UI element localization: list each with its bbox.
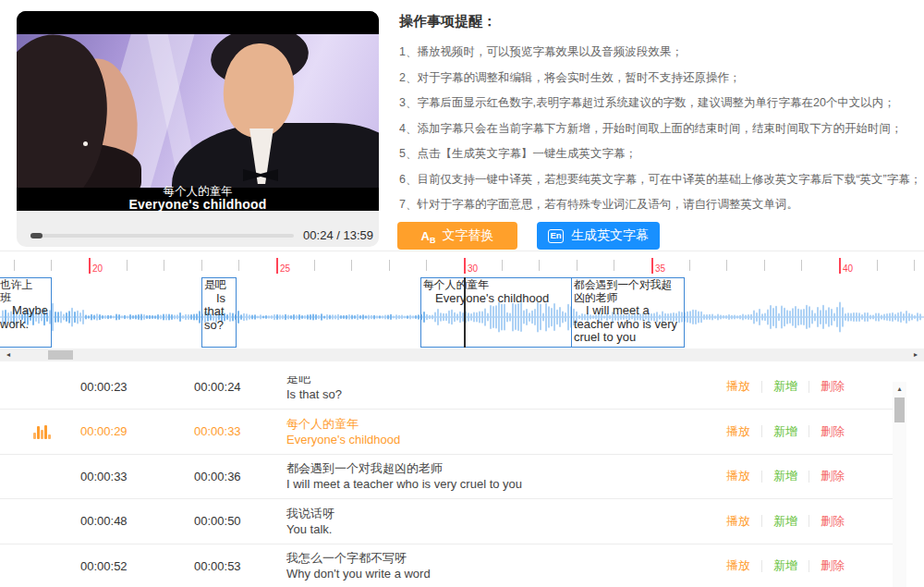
ruler-label: 40 xyxy=(843,263,853,274)
action-separator xyxy=(808,515,809,527)
progress-handle[interactable] xyxy=(30,233,43,238)
row-actions: 播放新增删除 xyxy=(726,376,845,409)
subtitle-text-cell[interactable]: 每个人的童年Everyone's childhood xyxy=(286,416,736,447)
clip-text-zh: 也许上班 xyxy=(0,278,32,304)
subtitle-overlay: 每个人的童年 Everyone's childhood xyxy=(17,186,379,211)
timeline-divider xyxy=(0,251,924,251)
play-link[interactable]: 播放 xyxy=(726,423,750,440)
play-link[interactable]: 播放 xyxy=(726,468,750,484)
ruler-minor-tick xyxy=(201,260,202,271)
subtitle-clip[interactable]: 也许上班Maybe work. xyxy=(0,277,52,348)
ruler-major-tick xyxy=(276,258,278,274)
add-link[interactable]: 新增 xyxy=(773,468,797,484)
end-time-cell: 00:00:33 xyxy=(194,410,241,454)
subtitle-text-zh: 我说话呀 xyxy=(286,506,736,521)
subtitle-clip[interactable]: 都会遇到一个对我超凶的老师I will meet a teacher who i… xyxy=(571,277,685,348)
video-still xyxy=(17,34,379,188)
end-time-cell: 00:00:24 xyxy=(194,376,241,409)
delete-link[interactable]: 删除 xyxy=(821,513,845,530)
tip-item: 3、字幕后面显示红色数字,表明字幕超过系统建议的字数，建议调整为单行字幕在20个… xyxy=(399,91,922,116)
v-scrollbar-thumb[interactable] xyxy=(894,397,905,422)
text-replace-icon: AB xyxy=(421,228,436,243)
table-v-scrollbar[interactable]: ▴ xyxy=(893,382,906,587)
start-time-cell: 00:00:33 xyxy=(80,455,128,499)
letterbox-top xyxy=(17,11,379,34)
row-actions: 播放新增删除 xyxy=(726,499,845,544)
subtitle-text-zh: 我怎么一个字都不写呀 xyxy=(286,550,736,566)
subtitle-text-cell[interactable]: 都会遇到一个对我超凶的老师I will meet a teacher who i… xyxy=(286,460,736,492)
time-display: 00:24 / 13:59 xyxy=(303,228,373,242)
ruler-major-tick xyxy=(464,258,466,274)
action-separator xyxy=(808,471,809,483)
delete-link[interactable]: 删除 xyxy=(821,423,845,440)
add-link[interactable]: 新增 xyxy=(773,557,797,574)
ruler-label: 30 xyxy=(468,263,478,274)
clip-text-zh: 每个人的童年 xyxy=(423,278,489,291)
clip-text-en: Maybe work. xyxy=(0,304,43,331)
tip-item: 7、针对于字幕的字面意思，若有特殊专业词汇及语句，请自行调整英文单词。 xyxy=(399,192,922,218)
replace-button-label: 文字替换 xyxy=(442,227,493,244)
action-separator xyxy=(808,560,809,572)
clip-text-zh: 是吧 xyxy=(204,278,226,291)
ruler-minor-tick xyxy=(801,260,802,271)
tip-item: 6、目前仅支持一键中译英，若想要纯英文字幕，可在中译英的基础上修改英文字幕后下载… xyxy=(399,167,922,193)
add-link[interactable]: 新增 xyxy=(773,423,797,440)
ruler-major-tick xyxy=(89,258,91,274)
ruler-label: 20 xyxy=(92,263,103,274)
scroll-right-icon[interactable]: ▸ xyxy=(909,349,922,361)
tips-list: 1、播放视频时，可以预览字幕效果以及音频波段效果；2、对于字幕的调整和编辑，将会… xyxy=(399,40,922,218)
delete-link[interactable]: 删除 xyxy=(821,378,845,395)
ruler-minor-tick xyxy=(877,260,878,271)
subtitle-table: 00:00:2300:00:24是吧Is that so?播放新增删除00:00… xyxy=(0,376,893,587)
timeline-ruler[interactable]: 2025303540 xyxy=(0,256,924,275)
subtitle-text-en: Why don't you write a word xyxy=(286,566,736,581)
timeline-h-scrollbar[interactable]: ◂ ▸ xyxy=(0,349,924,361)
video-player: 每个人的童年 Everyone's childhood 00:24 / 13:5… xyxy=(17,11,379,247)
ruler-minor-tick xyxy=(127,260,128,271)
scroll-left-icon[interactable]: ◂ xyxy=(2,349,15,361)
table-row: 00:00:5200:00:53我怎么一个字都不写呀Why don't you … xyxy=(0,544,893,587)
subtitle-text-en: Everyone's childhood xyxy=(286,432,736,447)
subtitle-text-en: I will meet a teacher who is very cruel … xyxy=(286,476,736,492)
ruler-minor-tick xyxy=(389,260,390,271)
delete-link[interactable]: 删除 xyxy=(821,468,845,484)
ruler-minor-tick xyxy=(726,260,727,271)
playhead[interactable] xyxy=(464,277,466,348)
timeline-track: 也许上班Maybe work.是吧Is that so?每个人的童年Everyo… xyxy=(0,277,924,349)
scroll-up-icon[interactable]: ▴ xyxy=(893,384,906,395)
action-separator xyxy=(761,381,762,393)
clip-text-zh: 都会遇到一个对我超凶的老师 xyxy=(574,278,672,304)
ruler-major-tick xyxy=(839,258,841,274)
play-link[interactable]: 播放 xyxy=(726,513,750,530)
generate-button-label: 生成英文字幕 xyxy=(571,227,649,244)
play-link[interactable]: 播放 xyxy=(726,378,750,395)
ruler-minor-tick xyxy=(502,260,503,271)
subtitle-text-en: Is that so? xyxy=(286,386,736,402)
start-time-cell: 00:00:48 xyxy=(80,499,128,544)
ruler-minor-tick xyxy=(914,260,915,271)
en-icon: En xyxy=(548,229,564,243)
player-controls: 00:24 / 13:59 xyxy=(17,211,379,247)
add-link[interactable]: 新增 xyxy=(773,378,797,395)
subtitle-text-cell[interactable]: 我怎么一个字都不写呀Why don't you write a word xyxy=(286,550,736,581)
ruler-minor-tick xyxy=(577,260,578,271)
action-separator xyxy=(761,560,762,572)
start-time-cell: 00:00:52 xyxy=(80,544,128,587)
subtitle-text-cell[interactable]: 是吧Is that so? xyxy=(286,376,736,402)
ruler-minor-tick xyxy=(164,260,164,271)
end-time-cell: 00:00:50 xyxy=(194,499,241,544)
replace-text-button[interactable]: AB 文字替换 xyxy=(397,222,517,250)
subtitle-clip[interactable]: 每个人的童年Everyone's childhood xyxy=(420,277,572,348)
delete-link[interactable]: 删除 xyxy=(821,557,845,574)
subtitle-clip[interactable]: 是吧Is that so? xyxy=(201,277,237,348)
add-link[interactable]: 新增 xyxy=(773,513,797,530)
table-row: 00:00:3300:00:36都会遇到一个对我超凶的老师I will meet… xyxy=(0,455,893,500)
generate-english-button[interactable]: En 生成英文字幕 xyxy=(537,222,660,250)
earring xyxy=(83,141,88,146)
progress-bar[interactable] xyxy=(30,234,294,238)
subtitle-text-cell[interactable]: 我说话呀You talk. xyxy=(286,506,736,537)
h-scrollbar-thumb[interactable] xyxy=(48,350,73,360)
play-link[interactable]: 播放 xyxy=(726,557,750,574)
video-frame[interactable]: 每个人的童年 Everyone's childhood xyxy=(17,11,379,211)
ruler-minor-tick xyxy=(351,260,352,271)
